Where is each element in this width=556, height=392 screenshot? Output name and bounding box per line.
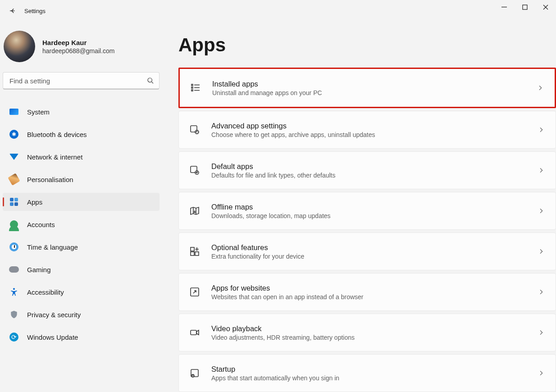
card-optional-features[interactable]: Optional features Extra functionality fo… <box>178 232 556 270</box>
card-title: Startup <box>211 365 527 374</box>
svg-rect-15 <box>191 252 194 255</box>
svg-rect-5 <box>191 87 193 88</box>
chevron-right-icon <box>538 167 545 174</box>
chevron-right-icon <box>538 207 545 214</box>
chevron-right-icon <box>538 126 545 133</box>
chevron-right-icon <box>538 288 545 296</box>
avatar <box>4 31 35 62</box>
svg-rect-6 <box>191 90 193 91</box>
arrow-left-icon <box>9 7 17 15</box>
card-installed-apps[interactable]: Installed apps Uninstall and manage apps… <box>180 69 555 107</box>
sidebar: Hardeep Kaur hardeep0688@gmail.com Syste… <box>0 22 162 392</box>
nav-item-apps[interactable]: Apps <box>3 193 160 211</box>
card-startup[interactable]: Startup Apps that start automatically wh… <box>178 354 556 392</box>
chevron-right-icon <box>537 84 544 91</box>
power-up-icon <box>189 367 201 379</box>
default-app-icon <box>189 164 201 176</box>
card-desc: Choose where to get apps, archive apps, … <box>211 131 527 138</box>
svg-rect-0 <box>501 7 507 7</box>
close-icon <box>543 5 548 10</box>
nav-label: Privacy & security <box>27 311 81 319</box>
sync-icon: ⟳ <box>9 332 19 342</box>
chevron-right-icon <box>538 329 545 336</box>
person-icon <box>9 219 19 229</box>
card-offline-maps[interactable]: Offline maps Downloads, storage location… <box>178 192 556 230</box>
back-button[interactable] <box>4 2 22 20</box>
apps-icon <box>9 197 19 207</box>
search-icon <box>147 77 154 84</box>
gamepad-icon <box>9 264 19 274</box>
main-content: Apps Installed apps Uninstall and manage… <box>162 22 556 392</box>
close-button[interactable] <box>535 0 556 14</box>
nav-label: Accessibility <box>27 288 64 296</box>
nav-item-personalisation[interactable]: Personalisation <box>3 170 160 188</box>
card-title: Default apps <box>211 162 527 171</box>
svg-point-3 <box>13 288 15 290</box>
svg-rect-18 <box>191 330 196 335</box>
maximize-button[interactable] <box>515 0 535 14</box>
minimize-icon <box>501 5 507 10</box>
card-desc: Video adjustments, HDR streaming, batter… <box>211 334 527 341</box>
profile-name: Hardeep Kaur <box>42 39 115 46</box>
page-title: Apps <box>178 34 556 56</box>
nav-label: Network & internet <box>27 153 82 161</box>
search-input[interactable] <box>3 72 160 89</box>
svg-rect-14 <box>191 247 194 251</box>
svg-rect-19 <box>191 369 198 377</box>
accessibility-icon <box>9 287 19 297</box>
card-desc: Websites that can open in an app instead… <box>211 293 527 301</box>
nav-item-time-language[interactable]: Time & language <box>3 238 160 256</box>
map-download-icon <box>189 205 201 217</box>
card-default-apps[interactable]: Default apps Defaults for file and link … <box>178 151 556 189</box>
chevron-right-icon <box>538 369 545 377</box>
card-title: Optional features <box>211 243 527 252</box>
card-video-playback[interactable]: Video playback Video adjustments, HDR st… <box>178 314 556 351</box>
app-gear-icon <box>189 124 201 136</box>
shield-icon <box>9 310 19 319</box>
nav-item-gaming[interactable]: Gaming <box>3 260 160 278</box>
wifi-icon <box>9 152 19 162</box>
card-desc: Extra functionality for your device <box>211 253 527 260</box>
list-icon <box>190 82 201 94</box>
card-title: Offline maps <box>211 203 527 211</box>
minimize-button[interactable] <box>494 0 515 14</box>
profile-section[interactable]: Hardeep Kaur hardeep0688@gmail.com <box>3 31 160 72</box>
nav-item-network[interactable]: Network & internet <box>3 148 160 166</box>
highlight-annotation: Installed apps Uninstall and manage apps… <box>178 68 556 108</box>
svg-rect-10 <box>191 126 197 132</box>
card-title: Apps for websites <box>211 284 527 292</box>
svg-rect-1 <box>523 5 527 9</box>
card-apps-for-websites[interactable]: Apps for websites Websites that can open… <box>178 273 556 311</box>
chevron-right-icon <box>538 248 545 255</box>
nav-label: Gaming <box>27 266 51 273</box>
clock-icon <box>9 242 19 252</box>
nav-item-windows-update[interactable]: ⟳ Windows Update <box>3 328 160 346</box>
profile-email: hardeep0688@gmail.com <box>42 47 115 55</box>
nav-item-bluetooth[interactable]: ✱ Bluetooth & devices <box>3 125 160 143</box>
nav-item-accessibility[interactable]: Accessibility <box>3 283 160 301</box>
svg-rect-12 <box>191 166 197 173</box>
card-title: Video playback <box>211 324 527 333</box>
card-advanced-app-settings[interactable]: Advanced app settings Choose where to ge… <box>178 111 556 149</box>
nav-item-accounts[interactable]: Accounts <box>3 215 160 233</box>
external-link-icon <box>189 286 201 298</box>
card-title: Installed apps <box>212 80 526 88</box>
nav-label: System <box>27 108 50 116</box>
card-desc: Apps that start automatically when you s… <box>211 374 527 382</box>
svg-point-2 <box>148 78 152 82</box>
nav-label: Windows Update <box>27 333 78 341</box>
nav-item-system[interactable]: System <box>3 103 160 121</box>
settings-card-list: Installed apps Uninstall and manage apps… <box>178 68 556 392</box>
display-icon <box>9 107 19 117</box>
maximize-icon <box>522 5 528 10</box>
card-desc: Defaults for file and link types, other … <box>211 172 527 179</box>
nav-label: Bluetooth & devices <box>27 131 87 138</box>
card-desc: Downloads, storage location, map updates <box>211 212 527 219</box>
nav-label: Apps <box>27 198 42 206</box>
window-title: Settings <box>24 8 46 14</box>
nav-item-privacy[interactable]: Privacy & security <box>3 305 160 324</box>
search-box <box>3 72 160 89</box>
brush-icon <box>9 174 19 184</box>
card-desc: Uninstall and manage apps on your PC <box>212 89 526 96</box>
window-controls <box>494 0 556 14</box>
